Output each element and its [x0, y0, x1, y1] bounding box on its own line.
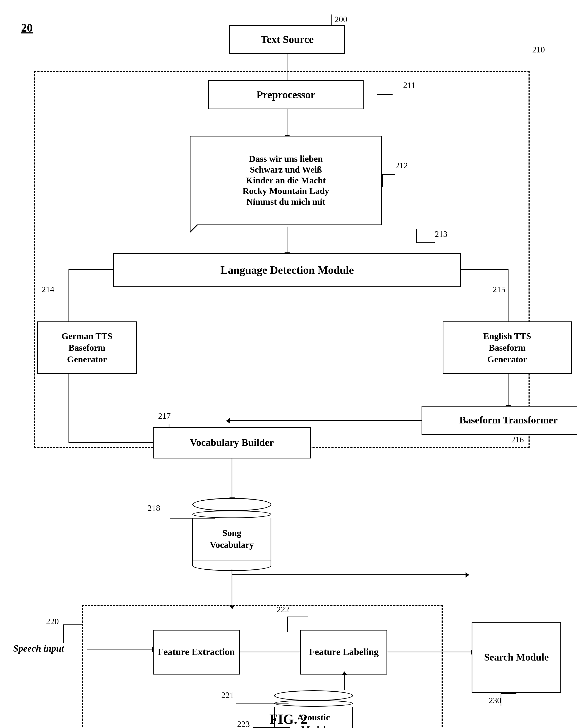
arrow-featlabel-search — [387, 652, 472, 652]
arrow-langdetect-german-v — [113, 253, 114, 254]
feature-labeling-box: Feature Labeling — [300, 630, 387, 675]
ref-230: 230 — [489, 696, 501, 705]
arrow-featextract-featlabel — [240, 652, 300, 652]
ref-220: 220 — [46, 617, 59, 626]
asr-system-box — [82, 605, 443, 728]
arrow-german-vocab-v — [69, 374, 69, 443]
baseform-transformer-box: Baseform Transformer — [422, 406, 577, 435]
ref-218: 218 — [148, 503, 160, 513]
song-vocabulary-cylinder: Song Vocabulary — [192, 498, 271, 571]
arrow-lyrics-langdetect — [287, 227, 287, 253]
arrow-langdetect-right-h — [461, 269, 508, 270]
preprocessor-box: Preprocessor — [208, 80, 364, 109]
arrow-acousticmodel-featlabel — [344, 675, 345, 690]
search-module-box: Search Module — [472, 622, 561, 693]
ref-215: 215 — [493, 285, 505, 294]
arrow-langdetect-english-down — [508, 269, 508, 322]
diagram-number: 20 — [21, 21, 33, 34]
ref-212: 212 — [395, 161, 408, 171]
feature-extraction-box: Feature Extraction — [153, 630, 240, 675]
arrow-baseform-vocab-h — [229, 420, 422, 421]
ref-200: 200 — [335, 15, 347, 24]
arrow-german-vocab-h — [69, 442, 158, 443]
arrow-speech-featextract — [87, 649, 153, 649]
vocabulary-builder-box: Vocabulary Builder — [153, 427, 311, 459]
ref-222: 222 — [277, 605, 289, 615]
text-source-box: Text Source — [229, 25, 345, 54]
arrow-langdetect-left-h — [69, 269, 113, 270]
ref-216: 216 — [511, 435, 524, 444]
ref-214: 214 — [42, 285, 54, 294]
arrow-englishtts-baseform — [508, 374, 508, 406]
ref-210: 210 — [532, 45, 545, 55]
ref-217: 217 — [158, 411, 171, 421]
arrow-vocab-songvocab — [232, 459, 232, 498]
arrow-langdetect-german-down — [69, 269, 69, 322]
english-tts-box: English TTS Baseform Generator — [443, 321, 572, 374]
lyrics-box: Dass wir uns lieben Schwarz und Weiß Kin… — [190, 136, 382, 225]
arrow-songvocab-search — [232, 574, 466, 575]
arrow-preprocessor-lyrics — [287, 109, 287, 136]
figure-label: FIG. 2 — [216, 711, 361, 727]
ref-221: 221 — [221, 690, 234, 700]
diagram-container: 20 200 Text Source 210 211 Preprocessor … — [0, 0, 577, 728]
german-tts-box: German TTS Baseform Generator — [37, 321, 137, 374]
ref-213: 213 — [435, 229, 447, 239]
speech-input-label: Speech input — [13, 643, 64, 654]
ref-211: 211 — [403, 80, 416, 90]
language-detection-box: Language Detection Module — [113, 253, 461, 287]
